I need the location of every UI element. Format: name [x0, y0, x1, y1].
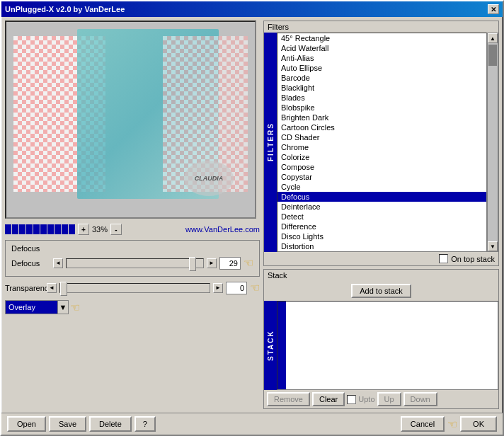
up-button[interactable]: Up	[377, 392, 401, 406]
stack-blue-bar	[277, 302, 286, 389]
cancel-button[interactable]: Cancel	[401, 416, 445, 432]
upto-label: Upto	[358, 395, 374, 403]
filter-item[interactable]: Blobspike	[277, 103, 486, 113]
scroll-down-button[interactable]: ▼	[488, 241, 498, 251]
on-top-checkbox[interactable]	[439, 254, 448, 263]
stack-title: Stack	[264, 270, 498, 281]
main-content: CLAUDIA + 33% -	[1, 17, 503, 413]
stack-content: STACK	[264, 301, 498, 390]
filter-item[interactable]: Disco Lights	[277, 231, 486, 241]
defocus-left-button[interactable]: ◄	[53, 258, 63, 268]
clear-button[interactable]: Clear	[312, 392, 345, 406]
window-title: UnPlugged-X v2.0 by VanDerLee	[5, 5, 125, 13]
zoom-progress	[5, 224, 75, 234]
filters-scrollbar: ▲ ▼	[487, 33, 498, 252]
website-label: www.VanDerLee.com	[185, 225, 260, 234]
zoom-minus-button[interactable]: -	[110, 224, 122, 235]
transparency-right-button[interactable]: ►	[213, 283, 223, 293]
bottom-bar: Open Save Delete ? Cancel ☜ OK	[1, 413, 503, 435]
remove-button[interactable]: Remove	[267, 392, 310, 406]
stack-buttons: Remove Clear Upto Up Down	[264, 390, 498, 408]
scroll-thumb[interactable]	[488, 45, 497, 66]
filter-item[interactable]: Deinterlace	[277, 202, 486, 212]
filter-item[interactable]: Chrome	[277, 142, 486, 152]
blend-row: Overlay ▼ ☜	[5, 300, 260, 314]
blend-hand-icon: ☜	[70, 301, 80, 314]
filter-item[interactable]: Colorize	[277, 152, 486, 162]
filter-item[interactable]: CD Shader	[277, 132, 486, 142]
bottom-left-buttons: Open Save Delete ?	[7, 416, 398, 432]
filter-item[interactable]: Blacklight	[277, 83, 486, 93]
transparency-left-button[interactable]: ◄	[47, 283, 57, 293]
defocus-title: Defocus	[11, 244, 253, 253]
on-top-label: On top stack	[451, 255, 495, 263]
defocus-thumb[interactable]	[189, 257, 196, 271]
filter-item[interactable]: Cartoon Circles	[277, 122, 486, 132]
filter-item[interactable]: Defocus	[277, 192, 486, 202]
filter-item[interactable]: Blades	[277, 93, 486, 103]
filter-item[interactable]: Distortion	[277, 241, 486, 251]
open-button[interactable]: Open	[7, 416, 46, 432]
defocus-hand-icon: ☜	[244, 256, 253, 270]
delete-button[interactable]: Delete	[89, 416, 132, 432]
defocus-value: 29	[219, 257, 241, 270]
stack-area	[277, 301, 498, 390]
down-button[interactable]: Down	[403, 392, 437, 406]
defocus-row: Defocus ◄ ► 29 ☜	[11, 256, 253, 270]
filter-item[interactable]: Compose	[277, 162, 486, 172]
transparency-label: Transparency	[5, 284, 44, 292]
zoom-percent: 33%	[92, 225, 108, 234]
filter-item[interactable]: Copystar	[277, 172, 486, 182]
transparency-value: 0	[226, 282, 247, 294]
defocus-right-button[interactable]: ►	[207, 258, 217, 268]
scroll-up-button[interactable]: ▲	[488, 33, 498, 43]
defocus-group: Defocus Defocus ◄ ► 29 ☜	[5, 240, 260, 277]
upto-checkbox[interactable]	[347, 395, 356, 404]
transparency-thumb[interactable]	[60, 282, 67, 296]
stack-sidebar: STACK	[264, 301, 277, 390]
left-panel: CLAUDIA + 33% -	[5, 21, 260, 409]
blend-dropdown-wrapper: Overlay ▼	[5, 300, 69, 314]
ok-button[interactable]: OK	[460, 416, 497, 432]
right-panel: Filters FILTERS 45° RectangleAcid Waterf…	[263, 21, 499, 409]
filters-group: Filters FILTERS 45° RectangleAcid Waterf…	[263, 21, 499, 266]
close-button[interactable]: ✕	[488, 4, 499, 14]
canvas-area: CLAUDIA	[5, 21, 256, 219]
defocus-label: Defocus	[11, 259, 50, 268]
cancel-hand-icon: ☜	[447, 418, 457, 431]
filter-item[interactable]: 45° Rectangle	[277, 33, 486, 43]
filter-item[interactable]: Cycle	[277, 182, 486, 192]
stack-group: Stack Add to stack STACK Remove Clear Up…	[263, 269, 499, 409]
upto-wrapper: Upto	[347, 392, 374, 406]
transparency-hand-icon: ☜	[250, 281, 260, 294]
filter-item[interactable]: Anti-Alias	[277, 53, 486, 63]
filter-item[interactable]: Acid Waterfall	[277, 43, 486, 53]
on-top-row: On top stack	[264, 252, 498, 265]
filter-item[interactable]: Auto Ellipse	[277, 63, 486, 73]
title-bar: UnPlugged-X v2.0 by VanDerLee ✕	[1, 1, 503, 17]
filter-item[interactable]: Brighten Dark	[277, 113, 486, 122]
filters-title: Filters	[264, 21, 498, 33]
filters-list[interactable]: 45° RectangleAcid WaterfallAnti-AliasAut…	[277, 33, 487, 252]
save-button[interactable]: Save	[49, 416, 86, 432]
zoom-plus-button[interactable]: +	[78, 224, 89, 235]
watermark: CLAUDIA	[184, 161, 234, 196]
add-to-stack-row: Add to stack	[264, 281, 498, 301]
transparency-row: Transparency ◄ ► 0 ☜	[5, 280, 260, 296]
main-window: UnPlugged-X v2.0 by VanDerLee ✕ CLAUDIA	[0, 0, 504, 436]
blend-dropdown-arrow[interactable]: ▼	[57, 300, 69, 314]
filters-list-wrapper: FILTERS 45° RectangleAcid WaterfallAnti-…	[264, 33, 498, 252]
filters-sidebar: FILTERS	[264, 33, 277, 252]
defocus-slider[interactable]	[66, 258, 204, 268]
filter-item[interactable]: Detect	[277, 212, 486, 222]
add-to-stack-button[interactable]: Add to stack	[351, 284, 411, 298]
zoom-bar: + 33% - www.VanDerLee.com	[5, 222, 260, 237]
filter-item[interactable]: Barcode	[277, 73, 486, 83]
left-bottom: Transparency ◄ ► 0 ☜ Overlay ▼	[5, 280, 260, 317]
filter-item[interactable]: Difference	[277, 222, 486, 231]
help-button[interactable]: ?	[134, 416, 156, 432]
scroll-track	[488, 43, 498, 241]
transparency-slider[interactable]	[59, 283, 210, 293]
